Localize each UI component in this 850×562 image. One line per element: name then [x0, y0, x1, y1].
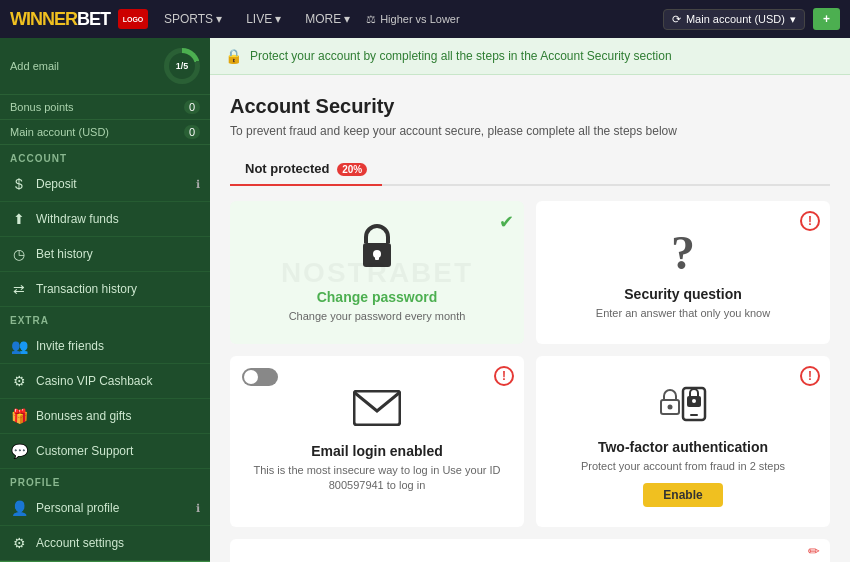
progress-circle: 1/5 — [164, 48, 200, 84]
balance-game: ⚖ Higher vs Lower — [366, 13, 459, 26]
support-icon: 💬 — [10, 443, 28, 459]
panel-subtitle: To prevent fraud and keep your account s… — [230, 124, 830, 138]
progress-value: 1/5 — [169, 53, 195, 79]
alert-text: Protect your account by completing all t… — [250, 49, 672, 63]
security-tabs: Not protected 20% — [230, 153, 830, 186]
change-password-title: Change password — [317, 289, 438, 305]
sidebar-item-personal-profile[interactable]: 👤 Personal profile ℹ — [0, 491, 210, 526]
bonus-points-row: Bonus points 0 — [0, 95, 210, 120]
warn-icon-question: ! — [800, 211, 820, 231]
security-alert-banner: 🔒 Protect your account by completing all… — [210, 38, 850, 75]
change-password-card: NOSTRABET ✔ Change password Change your … — [230, 201, 524, 344]
vip-icon: ⚙ — [10, 373, 28, 389]
security-question-desc: Enter an answer that only you know — [596, 306, 770, 321]
two-factor-title: Two-factor authentication — [598, 439, 768, 455]
add-email-label[interactable]: Add email — [10, 60, 59, 72]
info-icon: ℹ — [196, 178, 200, 191]
lock-card-icon — [355, 221, 399, 281]
sidebar-item-support[interactable]: 💬 Customer Support — [0, 434, 210, 469]
alert-lock-icon: 🔒 — [225, 48, 242, 64]
sidebar-item-bet-history[interactable]: ◷ Bet history — [0, 237, 210, 272]
sidebar-item-bonuses[interactable]: 🎁 Bonuses and gifts — [0, 399, 210, 434]
email-login-desc: This is the most insecure way to log in … — [250, 463, 504, 494]
profile-section-label: PROFILE — [0, 469, 210, 491]
tab-not-protected[interactable]: Not protected 20% — [230, 153, 382, 184]
security-question-title: Security question — [624, 286, 741, 302]
sidebar-header: Add email 1/5 — [0, 38, 210, 95]
dollar-icon: $ — [10, 176, 28, 192]
profile-icon: 👤 — [10, 500, 28, 516]
email-icon — [353, 390, 401, 435]
top-navigation: WINNERBET LOGO SPORTS ▾ LIVE ▾ MORE ▾ ⚖ … — [0, 0, 850, 38]
dropdown-icon: ▾ — [790, 13, 796, 26]
sidebar-item-invite[interactable]: 👥 Invite friends — [0, 329, 210, 364]
svg-point-7 — [692, 399, 696, 403]
history-icon: ◷ — [10, 246, 28, 262]
email-login-card: ! Email login enabled This is the most i… — [230, 356, 524, 526]
two-factor-card: ! — [536, 356, 830, 526]
gift-icon: 🎁 — [10, 408, 28, 424]
svg-point-9 — [668, 405, 673, 410]
sidebar-item-withdraw[interactable]: ⬆ Withdraw funds — [0, 202, 210, 237]
logo-icon: LOGO — [118, 9, 148, 29]
sidebar-item-transaction-history[interactable]: ⇄ Transaction history — [0, 272, 210, 307]
friends-icon: 👥 — [10, 338, 28, 354]
main-content: 🔒 Protect your account by completing all… — [210, 38, 850, 562]
sidebar: Add email 1/5 Bonus points 0 Main accoun… — [0, 38, 210, 562]
logo: WINNERBET — [10, 9, 110, 30]
warn-icon-2fa: ! — [800, 366, 820, 386]
bottom-card: ✏ — [230, 539, 830, 562]
sidebar-item-deposit[interactable]: $ Deposit ℹ — [0, 167, 210, 202]
sports-nav[interactable]: SPORTS ▾ — [156, 8, 230, 30]
security-panel: Account Security To prevent fraud and ke… — [210, 75, 850, 562]
security-question-card: ! ? Security question Enter an answer th… — [536, 201, 830, 344]
info-icon-profile: ℹ — [196, 502, 200, 515]
main-account-row: Main account (USD) 0 — [0, 120, 210, 145]
enable-2fa-button[interactable]: Enable — [643, 483, 722, 507]
check-icon: ✔ — [499, 211, 514, 233]
security-cards-grid: NOSTRABET ✔ Change password Change your … — [230, 201, 830, 527]
panel-title: Account Security — [230, 95, 830, 118]
svg-rect-2 — [375, 254, 379, 260]
pencil-icon: ✏ — [808, 543, 820, 559]
sidebar-item-account-settings[interactable]: ⚙ Account settings — [0, 526, 210, 561]
refresh-icon: ⟳ — [672, 13, 681, 26]
account-balance[interactable]: ⟳ Main account (USD) ▾ — [663, 9, 805, 30]
deposit-button[interactable]: + — [813, 8, 840, 30]
transaction-icon: ⇄ — [10, 281, 28, 297]
svg-rect-5 — [690, 414, 698, 416]
extra-section-label: EXTRA — [0, 307, 210, 329]
settings-icon: ⚙ — [10, 535, 28, 551]
email-login-title: Email login enabled — [311, 443, 442, 459]
live-nav[interactable]: LIVE ▾ — [238, 8, 289, 30]
two-factor-desc: Protect your account from fraud in 2 ste… — [581, 459, 785, 474]
not-protected-badge: 20% — [337, 163, 367, 176]
email-toggle[interactable] — [242, 368, 278, 386]
question-icon: ? — [671, 225, 695, 280]
main-layout: Add email 1/5 Bonus points 0 Main accoun… — [0, 38, 850, 562]
withdraw-icon: ⬆ — [10, 211, 28, 227]
change-password-desc: Change your password every month — [289, 309, 466, 324]
sidebar-item-vip[interactable]: ⚙ Casino VIP Cashback — [0, 364, 210, 399]
2fa-icon — [657, 376, 709, 431]
account-section-label: ACCOUNT — [0, 145, 210, 167]
warn-icon-email: ! — [494, 366, 514, 386]
more-nav[interactable]: MORE ▾ — [297, 8, 358, 30]
